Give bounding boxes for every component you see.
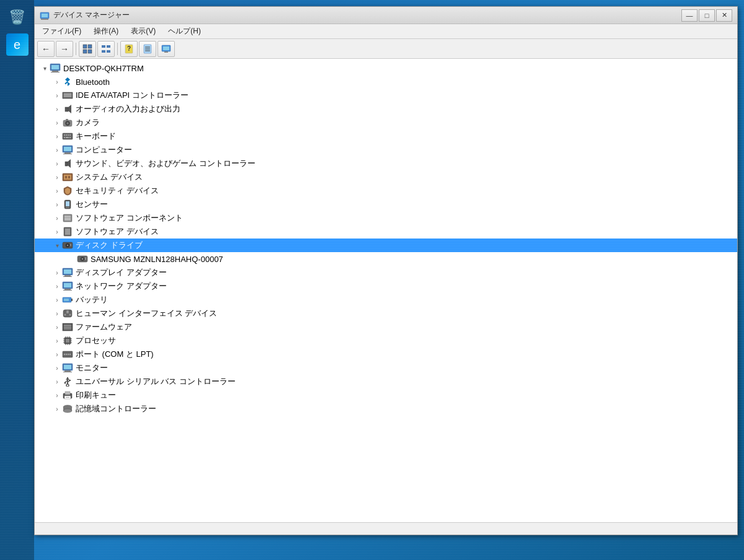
expand-icon: › [52, 227, 62, 237]
svg-rect-2 [41, 19, 48, 20]
svg-rect-80 [63, 290, 72, 291]
tree-item-processor[interactable]: › [35, 334, 737, 348]
tree-item-print[interactable]: › 印刷キュー [35, 388, 737, 402]
svg-rect-112 [64, 365, 71, 369]
toolbar-separator-1 [76, 43, 76, 55]
svg-rect-48 [63, 154, 72, 154]
maximize-button[interactable]: □ [699, 9, 715, 22]
svg-point-70 [82, 258, 83, 260]
expand-icon: › [52, 90, 62, 100]
menu-view[interactable]: 表示(V) [126, 25, 161, 38]
expand-icon: › [52, 172, 62, 182]
tree-item-hid[interactable]: › ヒューマン インターフェイス デバイス [35, 307, 737, 320]
monitor-button[interactable] [157, 41, 175, 57]
svg-rect-40 [68, 134, 69, 136]
expand-icon: ▾ [40, 63, 50, 73]
minimize-button[interactable]: — [681, 9, 698, 22]
usb-label: ユニバーサル シリアル バス コントローラー [76, 376, 236, 387]
svg-rect-46 [64, 147, 71, 151]
tree-item-ide[interactable]: › IDE ATA/ATAPI コントローラー [35, 89, 737, 102]
menu-action[interactable]: 操作(A) [89, 25, 123, 38]
tree-item-display[interactable]: › ディスプレイ アダプター [35, 266, 737, 279]
sound-label: サウンド、ビデオ、およびゲーム コントローラー [76, 158, 255, 169]
svg-rect-83 [64, 299, 69, 301]
expand-icon: › [52, 145, 62, 155]
security-label: セキュリティ デバイス [76, 185, 159, 196]
bluetooth-icon [62, 76, 73, 87]
svg-rect-52 [64, 175, 71, 180]
svg-rect-62 [65, 229, 70, 235]
network-icon [62, 281, 73, 292]
tree-content[interactable]: ▾ DESKTOP-QKH7TRM › [35, 59, 737, 522]
expand-icon: › [52, 377, 62, 387]
svg-rect-30 [65, 107, 68, 112]
computer2-icon [62, 144, 73, 155]
tree-item-sound[interactable]: › サウンド、ビデオ、およびゲーム コントローラー [35, 157, 737, 170]
port-label: ポート (COM と LPT) [76, 349, 154, 360]
tree-item-port[interactable]: › ポート (COM と LPT) [35, 348, 737, 361]
computer-label: コンピューター [76, 144, 132, 155]
tree-root[interactable]: ▾ DESKTOP-QKH7TRM [35, 61, 737, 75]
system-label: システム デバイス [76, 172, 143, 183]
tree-item-audio[interactable]: › オーディオの入力および出力 [35, 102, 737, 116]
svg-rect-19 [164, 51, 168, 53]
computer-icon [50, 63, 61, 74]
expand-icon: › [52, 349, 62, 359]
expand-icon: › [52, 104, 62, 114]
svg-rect-29 [64, 95, 71, 97]
bluetooth-label: Bluetooth [76, 77, 110, 87]
tree-item-sensor[interactable]: › センサー [35, 198, 737, 211]
svg-rect-67 [70, 245, 71, 246]
tree-item-samsung[interactable]: SAMSUNG MZNLN128HAHQ-00007 [35, 252, 737, 266]
back-button[interactable]: ← [37, 41, 55, 57]
disk-icon [62, 240, 73, 251]
title-bar: デバイス マネージャー — □ ✕ [35, 7, 737, 24]
svg-rect-53 [65, 176, 67, 178]
expand-icon: › [52, 308, 62, 318]
svg-rect-75 [64, 275, 71, 276]
software-dev-icon [62, 226, 73, 237]
svg-rect-49 [65, 162, 68, 166]
svg-rect-93 [66, 339, 69, 343]
help-button[interactable]: ? [120, 41, 138, 57]
svg-rect-23 [51, 72, 60, 72]
tree-item-usb[interactable]: › ユニバーサル シリアル バス コントローラー [35, 375, 737, 388]
tree-item-software-comp[interactable]: › ソフトウェア コンポーネント [35, 211, 737, 225]
tree-item-disk[interactable]: ▾ ディスク ドライブ [35, 238, 737, 252]
tree-item-monitor[interactable]: › モニター [35, 361, 737, 375]
forward-button[interactable]: → [56, 41, 73, 57]
tree-item-network[interactable]: › ネットワーク アダプター [35, 279, 737, 293]
device-tree: ▾ DESKTOP-QKH7TRM › [35, 59, 737, 418]
tree-item-software-dev[interactable]: › ソフトウェア デバイス [35, 225, 737, 238]
tree-item-camera[interactable]: › カメラ [35, 116, 737, 129]
device-view-button[interactable] [79, 41, 96, 57]
expand-icon: › [52, 404, 62, 414]
close-button[interactable]: ✕ [716, 9, 732, 22]
svg-marker-116 [66, 377, 69, 380]
tree-item-battery[interactable]: › バッテリ [35, 293, 737, 307]
list-view2-button[interactable] [139, 41, 156, 57]
list-view-button[interactable] [97, 41, 115, 57]
expand-icon: › [52, 336, 62, 346]
menu-file[interactable]: ファイル(F) [37, 25, 86, 38]
tree-item-firmware[interactable]: › ファームウェア [35, 320, 737, 334]
tree-item-bluetooth[interactable]: › Bluetooth [35, 75, 737, 89]
menu-help[interactable]: ヘルプ(H) [163, 25, 206, 38]
svg-rect-4 [88, 45, 92, 48]
edge-browser-icon[interactable]: e [6, 33, 29, 56]
svg-rect-47 [64, 152, 71, 154]
tree-item-storage[interactable]: › 記憶域コントローラー [35, 402, 737, 416]
tree-item-computer[interactable]: › コンピューター [35, 143, 737, 157]
software-dev-label: ソフトウェア デバイス [76, 226, 159, 237]
hid-icon [62, 308, 73, 319]
monitor-label: モニター [76, 362, 108, 374]
toolbar: ← → ? [35, 39, 737, 59]
svg-point-86 [64, 314, 66, 316]
window-title: デバイス マネージャー [53, 10, 678, 20]
svg-rect-28 [64, 94, 71, 95]
svg-rect-56 [66, 201, 69, 206]
tree-item-system[interactable]: › システム デバイス [35, 170, 737, 184]
tree-item-keyboard[interactable]: › キーボード [35, 129, 737, 143]
tree-item-security[interactable]: › セキュリティ デバイス [35, 184, 737, 198]
recycle-bin-icon[interactable]: 🗑️ [6, 6, 29, 28]
